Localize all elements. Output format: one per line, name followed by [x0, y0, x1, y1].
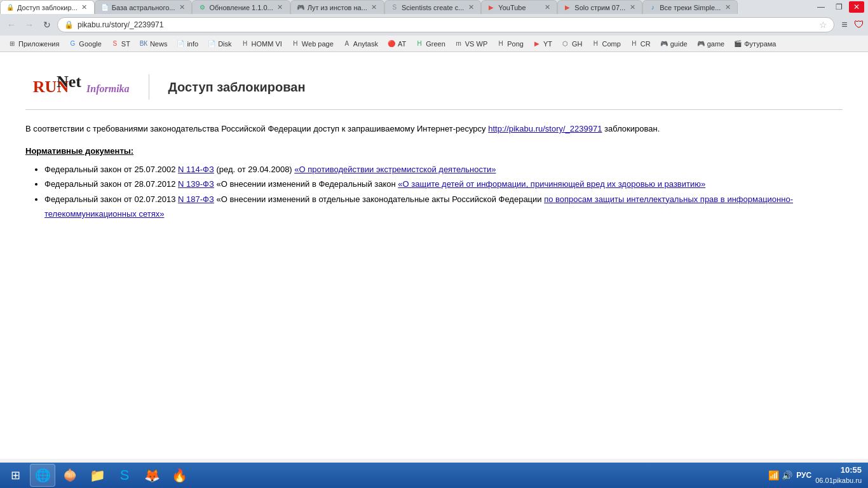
law-item-1: Федеральный закон от 25.07.2002 N 114-ФЗ… [44, 162, 843, 177]
bm-label-info: info [187, 40, 198, 48]
tab-favicon-5: S [390, 3, 399, 12]
bookmark-at[interactable]: 🔴 AT [383, 38, 410, 50]
tab-1[interactable]: 🔒 Доступ заблокир... ✕ [0, 0, 95, 14]
bookmark-приложения[interactable]: ⊞ Приложения [4, 38, 63, 50]
bookmark-st[interactable]: S ST [107, 38, 134, 50]
law-list: Федеральный закон от 25.07.2002 N 114-ФЗ… [25, 162, 843, 222]
taskbar-app2[interactable]: 🔥 [166, 464, 192, 487]
bm-favicon-YT: ▶ [532, 39, 541, 48]
bm-favicon-News: ВК [139, 39, 148, 48]
law1-prefix: Федеральный закон от 25.07.2002 [44, 165, 178, 174]
bm-label-guide: guide [670, 40, 688, 48]
bookmark-disk[interactable]: 📄 Disk [203, 38, 235, 50]
law3-middle: «О внесении изменений в отдельные законо… [216, 194, 544, 204]
tab-close-6[interactable]: ✕ [543, 3, 552, 12]
bookmark-yt[interactable]: ▶ YT [529, 38, 556, 50]
law-item-2: Федеральный закон от 28.07.2012 N 139-ФЗ… [44, 177, 843, 191]
tor-icon: 🧅 [61, 466, 79, 484]
logo-informika: Informika [86, 83, 130, 95]
bookmark-comp[interactable]: H Comp [587, 38, 624, 50]
bookmark-game[interactable]: 🎮 game [693, 38, 729, 50]
block-notice: В соответствии с требованиями законодате… [25, 123, 843, 136]
bookmark-gh[interactable]: ⬡ GH [557, 38, 587, 50]
bm-favicon-Disk: 📄 [207, 39, 216, 48]
taskbar-explorer[interactable]: 📁 [85, 464, 110, 487]
tab-title-4: Лут из инстов на... [308, 4, 367, 11]
taskbar-skype[interactable]: S [112, 464, 137, 487]
bm-label-Футурама: Футурама [744, 40, 776, 48]
law2-title-link[interactable]: «О защите детей от информации, причиняющ… [398, 179, 705, 189]
bm-label-Anytask: Anytask [353, 40, 378, 48]
notice-url[interactable]: http://pikabu.ru/story/_2239971 [488, 124, 602, 133]
tab-title-6: YouTube [498, 4, 540, 11]
tab-bar: 🔒 Доступ заблокир... ✕ 📄 База астральног… [0, 0, 868, 14]
tab-title-5: Scientists create c... [402, 4, 464, 11]
tab-8[interactable]: ♪ Все треки Simple... ✕ [642, 0, 738, 14]
tab-3[interactable]: ⚙ Обновление 1.1.0... ✕ [192, 0, 290, 14]
back-button[interactable]: ← [4, 17, 19, 32]
law1-title-link[interactable]: «О противодействии экстремистской деятел… [294, 165, 496, 174]
bookmark-cr[interactable]: H CR [626, 38, 654, 50]
bm-label-YT: YT [543, 40, 552, 48]
taskbar-right: 📶 🔊 РУС 10:55 06.01pikabu.ru [768, 465, 865, 485]
bookmark-vs-wp[interactable]: m VS WP [451, 38, 491, 50]
tab-6[interactable]: ▶ YouTube ✕ [481, 0, 557, 14]
tab-title-3: Обновление 1.1.0... [209, 4, 273, 11]
minimize-button[interactable]: — [813, 1, 829, 13]
law2-middle: «О внесении изменений в Федеральный зако… [216, 179, 398, 189]
tab-close-4[interactable]: ✕ [370, 3, 379, 12]
forward-button[interactable]: → [22, 17, 37, 32]
close-button[interactable]: ✕ [849, 1, 864, 13]
tab-5[interactable]: S Scientists create c... ✕ [384, 0, 481, 14]
explorer-icon: 📁 [88, 466, 106, 484]
app2-icon: 🔥 [170, 466, 188, 484]
taskbar-tor[interactable]: 🧅 [57, 464, 83, 487]
bm-favicon-Anytask: A [342, 39, 351, 48]
app1-icon: 🦊 [143, 466, 161, 484]
bookmark-pong[interactable]: H Pong [492, 38, 527, 50]
taskbar-lang[interactable]: РУС [796, 471, 811, 480]
tab-2[interactable]: 📄 База астрального... ✕ [95, 0, 193, 14]
logo-divider [149, 74, 149, 100]
taskbar-app1[interactable]: 🦊 [139, 464, 165, 487]
bm-label-AT: AT [398, 40, 406, 48]
bookmark-web-page[interactable]: H Web page [287, 38, 337, 50]
refresh-button[interactable]: ↻ [39, 17, 55, 32]
taskbar-clock: 10:55 [815, 465, 862, 476]
bookmark-футурама[interactable]: 🎬 Футурама [729, 38, 780, 50]
law1-middle: (ред. от 29.04.2008) [216, 165, 294, 174]
bookmark-anytask[interactable]: A Anytask [339, 38, 382, 50]
bookmark-google[interactable]: G Google [64, 38, 105, 50]
bookmark-green[interactable]: H Green [411, 38, 449, 50]
bm-label-Web page: Web page [302, 40, 334, 48]
start-button[interactable]: ⊞ [3, 464, 28, 487]
bm-favicon-game: 🎮 [696, 39, 705, 48]
tab-close-7[interactable]: ✕ [628, 3, 637, 12]
tab-close-2[interactable]: ✕ [177, 3, 186, 12]
bm-favicon-ST: S [111, 39, 119, 48]
tab-4[interactable]: 🎮 Лут из инстов на... ✕ [290, 0, 384, 14]
avast-icon: 🛡 [854, 19, 864, 30]
tab-close-8[interactable]: ✕ [723, 3, 732, 12]
tab-title-1: Доступ заблокир... [17, 4, 78, 11]
bookmark-news[interactable]: ВК News [135, 38, 172, 50]
tab-favicon-6: ▶ [487, 3, 496, 12]
tab-7[interactable]: ▶ Solo стрим 07... ✕ [557, 0, 642, 14]
law1-num-link[interactable]: N 114-ФЗ [178, 165, 214, 174]
law3-prefix: Федеральный закон от 02.07.2013 [44, 194, 178, 204]
address-bar[interactable]: 🔒 pikabu.ru/story/_2239971 ☆ [57, 17, 834, 32]
settings-button[interactable]: ≡ [837, 17, 852, 32]
tab-close-3[interactable]: ✕ [276, 3, 285, 12]
tab-close-1[interactable]: ✕ [80, 3, 89, 12]
law2-num-link[interactable]: N 139-ФЗ [178, 179, 214, 189]
bookmark-info[interactable]: 📄 info [172, 38, 202, 50]
tab-close-5[interactable]: ✕ [466, 3, 475, 12]
bookmark-homm-vi[interactable]: H HOMM VI [237, 38, 286, 50]
maximize-button[interactable]: ❐ [831, 1, 846, 13]
tabs-container: 🔒 Доступ заблокир... ✕ 📄 База астральног… [0, 0, 813, 14]
law3-num-link[interactable]: N 187-ФЗ [178, 194, 214, 204]
tab-title-8: Все треки Simple... [660, 4, 721, 11]
bookmark-star-icon[interactable]: ☆ [819, 20, 827, 30]
taskbar-chrome[interactable]: 🌐 [30, 464, 55, 487]
bookmark-guide[interactable]: 🎮 guide [656, 38, 691, 50]
